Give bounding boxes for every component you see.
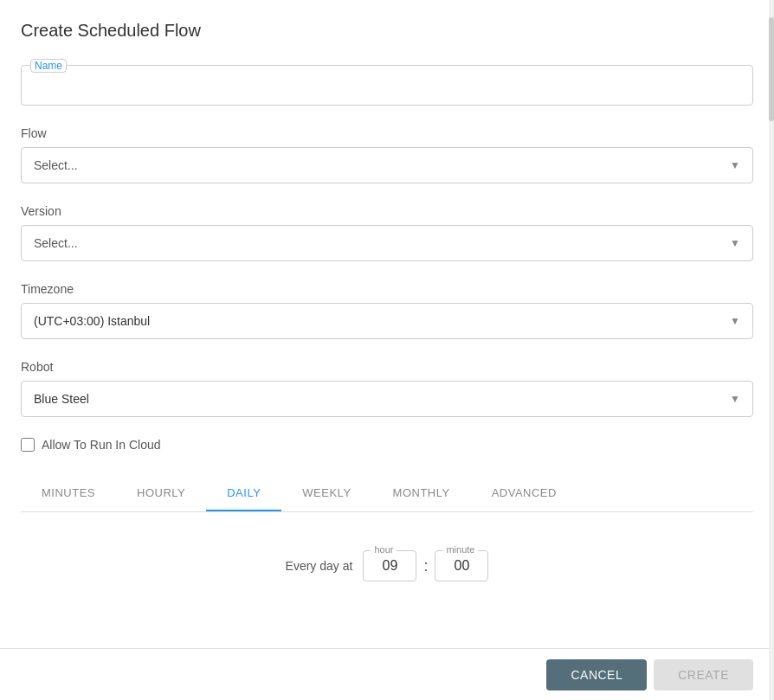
robot-select-value: Blue Steel — [34, 392, 89, 406]
daily-schedule: Every day at hour : minute — [21, 550, 753, 581]
version-field: Version Select... ▼ — [21, 204, 753, 261]
tab-monthly[interactable]: MONTHLY — [372, 476, 471, 511]
minute-input[interactable] — [446, 558, 477, 574]
tab-hourly[interactable]: HOURLY — [116, 476, 206, 511]
cancel-button[interactable]: CANCEL — [546, 659, 647, 690]
version-select[interactable]: Select... ▼ — [21, 225, 753, 261]
flow-field: Flow Select... ▼ — [21, 126, 753, 183]
name-input-wrapper: Name — [21, 65, 753, 106]
timezone-select-chevron-icon: ▼ — [730, 315, 740, 327]
modal-content: Create Scheduled Flow Name Flow Select..… — [0, 0, 774, 648]
scrollbar-track — [769, 0, 774, 700]
time-input-group: hour : minute — [363, 550, 488, 581]
flow-select-chevron-icon: ▼ — [730, 159, 740, 171]
hour-input[interactable] — [374, 558, 405, 574]
daily-tab-content: Every day at hour : minute — [21, 536, 753, 595]
timezone-field: Timezone (UTC+03:00) Istanbul ▼ — [21, 282, 753, 339]
version-label: Version — [21, 204, 753, 218]
flow-select-value: Select... — [34, 158, 78, 172]
modal-footer: CANCEL CREATE — [0, 648, 774, 700]
hour-field-wrapper: hour — [363, 550, 416, 581]
robot-select-chevron-icon: ▼ — [730, 393, 740, 405]
name-label: Name — [30, 59, 67, 73]
every-day-at-label: Every day at — [286, 559, 353, 573]
name-field: Name — [21, 65, 753, 106]
timezone-select[interactable]: (UTC+03:00) Istanbul ▼ — [21, 303, 753, 339]
tab-minutes[interactable]: MINUTES — [21, 476, 116, 511]
version-select-value: Select... — [34, 236, 78, 250]
robot-select[interactable]: Blue Steel ▼ — [21, 381, 753, 417]
minute-label: minute — [442, 544, 478, 555]
version-select-chevron-icon: ▼ — [730, 237, 740, 249]
minute-field-wrapper: minute — [435, 550, 488, 581]
page-title: Create Scheduled Flow — [21, 21, 753, 41]
robot-field: Robot Blue Steel ▼ — [21, 360, 753, 417]
allow-cloud-label: Allow To Run In Cloud — [42, 438, 160, 452]
allow-cloud-row: Allow To Run In Cloud — [21, 438, 753, 452]
scrollbar-thumb[interactable] — [769, 17, 774, 121]
robot-label: Robot — [21, 360, 753, 374]
modal-container: Create Scheduled Flow Name Flow Select..… — [0, 0, 774, 700]
tab-weekly[interactable]: WEEKLY — [281, 476, 371, 511]
tab-advanced[interactable]: ADVANCED — [471, 476, 577, 511]
name-input[interactable] — [34, 76, 740, 93]
flow-select[interactable]: Select... ▼ — [21, 147, 753, 183]
hour-label: hour — [371, 544, 397, 555]
tab-daily[interactable]: DAILY — [206, 476, 281, 511]
flow-label: Flow — [21, 126, 753, 140]
allow-cloud-checkbox[interactable] — [21, 438, 35, 452]
create-button[interactable]: CREATE — [654, 659, 753, 690]
time-separator: : — [423, 557, 428, 575]
schedule-tabs: MINUTES HOURLY DAILY WEEKLY MONTHLY ADVA… — [21, 476, 753, 512]
timezone-select-value: (UTC+03:00) Istanbul — [34, 314, 150, 328]
timezone-label: Timezone — [21, 282, 753, 296]
